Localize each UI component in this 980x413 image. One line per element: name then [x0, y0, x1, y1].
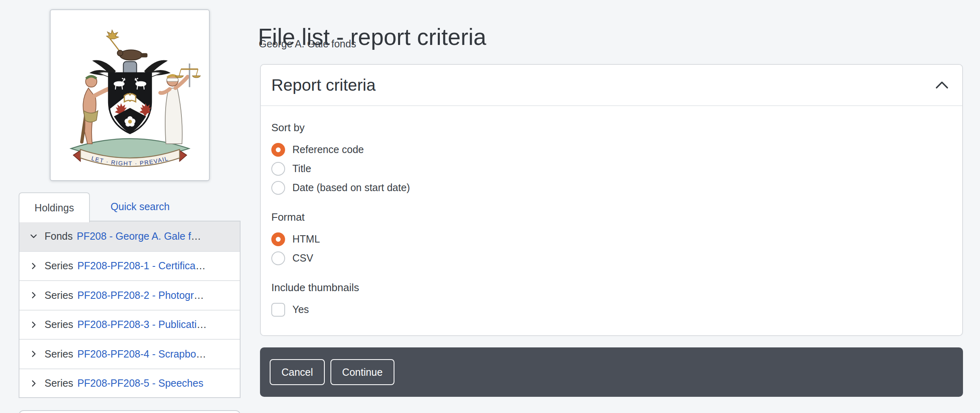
- sidebar-lower-panel-edge: [19, 410, 241, 413]
- option-row: CSV: [271, 249, 952, 268]
- truncation-ellipsis: …: [196, 260, 206, 272]
- option-label-title[interactable]: Title: [292, 163, 311, 175]
- tree-level-label: Series: [45, 348, 73, 360]
- tree-item-link[interactable]: PF208 - George A. Gale f: [77, 230, 191, 242]
- option-row: Title: [271, 159, 952, 178]
- panel-body: Sort byReference codeTitleDate (based on…: [261, 106, 962, 334]
- chevron-up-icon: [935, 81, 948, 89]
- actions-bar: Cancel Continue: [260, 347, 963, 397]
- checkbox-yes[interactable]: [271, 303, 285, 317]
- section-label-include-thumbnails: Include thumbnails: [271, 281, 952, 294]
- continue-button[interactable]: Continue: [330, 359, 394, 385]
- truncation-ellipsis: …: [191, 230, 201, 242]
- option-row: Date (based on start date): [271, 178, 952, 197]
- radio-csv[interactable]: [271, 251, 285, 265]
- tree-item-link[interactable]: PF208-PF208-3 - Publicati: [77, 319, 197, 330]
- tab-quick-search[interactable]: Quick search: [96, 192, 185, 221]
- page-subtitle: George A. Gale fonds: [259, 38, 356, 50]
- sidebar: LET · RIGHT · PREVAIL HoldingsQuick sear…: [19, 0, 241, 413]
- section-label-sort-by: Sort by: [271, 121, 952, 134]
- tab-holdings[interactable]: Holdings: [19, 192, 90, 222]
- tree-level-label: Series: [45, 377, 73, 389]
- open-book: [124, 94, 136, 102]
- option-label-yes[interactable]: Yes: [292, 304, 309, 315]
- truncation-ellipsis: …: [196, 348, 206, 360]
- option-row: Reference code: [271, 140, 952, 159]
- option-label-html[interactable]: HTML: [292, 233, 320, 245]
- coat-of-arms-graphic: LET · RIGHT · PREVAIL: [59, 17, 201, 174]
- tree-level-label: Series: [45, 260, 73, 272]
- option-row: HTML: [271, 230, 952, 249]
- option-label-csv[interactable]: CSV: [292, 252, 313, 264]
- option-row: Yes: [271, 300, 952, 319]
- tree-level-label: Series: [45, 290, 73, 301]
- chevron-right-icon[interactable]: [29, 291, 43, 300]
- panel-header-label: Report criteria: [271, 76, 375, 95]
- chevron-right-icon[interactable]: [29, 320, 43, 329]
- collapse-panel-button[interactable]: [932, 76, 952, 94]
- chevron-right-icon[interactable]: [29, 349, 43, 358]
- section-label-format: Format: [271, 210, 952, 224]
- tree-item-link[interactable]: PF208-PF208-4 - Scrapbo: [77, 348, 196, 360]
- holdings-treeview: FondsPF208 - George A. Gale f…SeriesPF20…: [19, 221, 241, 398]
- report-criteria-panel: Report criteria Sort byReference codeTit…: [260, 64, 963, 336]
- tree-item-link[interactable]: PF208-PF208-2 - Photogr: [77, 290, 194, 301]
- radio-html[interactable]: [271, 232, 285, 246]
- sidebar-tabs: HoldingsQuick search: [19, 192, 241, 221]
- page: LET · RIGHT · PREVAIL HoldingsQuick sear…: [0, 0, 980, 413]
- coat-of-arms-image: LET · RIGHT · PREVAIL: [50, 9, 210, 181]
- panel-header: Report criteria: [261, 65, 962, 106]
- radio-date-based-on-start-date[interactable]: [271, 181, 285, 195]
- tree-row: SeriesPF208-PF208-5 - Speeches: [19, 368, 240, 398]
- tree-item-link[interactable]: PF208-PF208-1 - Certifica: [77, 260, 196, 272]
- tree-level-label: Fonds: [45, 230, 72, 242]
- cancel-button[interactable]: Cancel: [270, 359, 325, 385]
- tree-row: SeriesPF208-PF208-1 - Certifica…: [19, 251, 240, 281]
- chevron-right-icon[interactable]: [29, 262, 43, 270]
- tree-row: FondsPF208 - George A. Gale f…: [19, 221, 240, 251]
- truncation-ellipsis: …: [194, 290, 204, 301]
- tree-row: SeriesPF208-PF208-4 - Scrapbo…: [19, 339, 240, 368]
- tree-row: SeriesPF208-PF208-3 - Publicati…: [19, 310, 240, 339]
- option-label-reference-code[interactable]: Reference code: [292, 144, 364, 155]
- chevron-right-icon[interactable]: [29, 379, 43, 388]
- truncation-ellipsis: …: [196, 319, 207, 330]
- tree-level-label: Series: [45, 319, 73, 330]
- chevron-down-icon[interactable]: [29, 232, 43, 241]
- radio-title[interactable]: [271, 162, 285, 176]
- radio-reference-code[interactable]: [271, 143, 285, 157]
- option-label-date-based-on-start-date[interactable]: Date (based on start date): [292, 182, 410, 194]
- tree-row: SeriesPF208-PF208-2 - Photogr…: [19, 280, 240, 310]
- tree-item-link[interactable]: PF208-PF208-5 - Speeches: [77, 377, 203, 389]
